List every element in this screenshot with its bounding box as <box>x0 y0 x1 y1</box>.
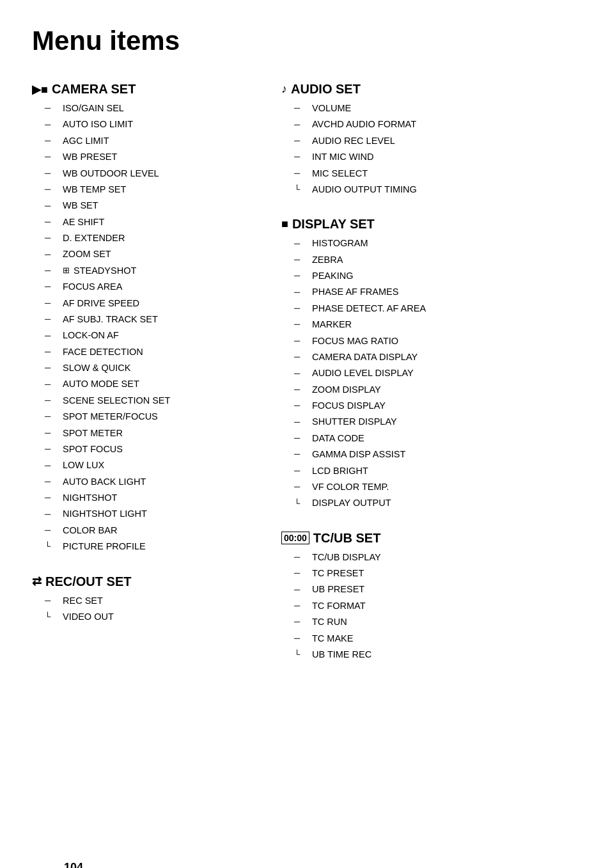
list-item: ─MARKER <box>294 317 578 333</box>
list-item: ─LOCK-ON AF <box>45 327 269 343</box>
list-item: ─ZOOM SET <box>45 246 269 262</box>
list-item: ─AVCHD AUDIO FORMAT <box>294 116 578 132</box>
section-header-display-set: ■ DISPLAY SET <box>281 217 578 232</box>
tree-line-icon: ─ <box>45 329 60 343</box>
tree-line-icon: ─ <box>294 253 309 267</box>
item-label: FOCUS AREA <box>63 279 122 295</box>
list-item: ─DATA CODE <box>294 430 578 446</box>
rec-out-icon: ⇄ <box>32 574 42 588</box>
list-item: ─PHASE AF FRAMES <box>294 284 578 300</box>
item-label: REC SET <box>63 593 103 609</box>
tree-line-icon: ─ <box>45 264 60 278</box>
tree-line-icon: ─ <box>294 431 309 446</box>
display-set-icon: ■ <box>281 217 288 231</box>
item-label: AUDIO REC LEVEL <box>312 133 395 149</box>
item-label: ZOOM DISPLAY <box>312 382 381 398</box>
rec-out-label: REC/OUT SET <box>45 574 131 589</box>
list-item: ─REC SET <box>45 593 269 609</box>
item-label: TC RUN <box>312 614 347 630</box>
item-label: FACE DETECTION <box>63 344 143 360</box>
tree-line-icon: ─ <box>294 631 309 646</box>
display-set-list: ─HISTOGRAM ─ZEBRA ─PEAKING ─PHASE AF FRA… <box>281 235 578 511</box>
list-item: ─PEAKING <box>294 268 578 284</box>
item-label: AVCHD AUDIO FORMAT <box>312 116 416 132</box>
item-label: NIGHTSHOT <box>63 490 117 506</box>
tree-line-icon: ─ <box>45 150 60 164</box>
tree-line-icon: ─ <box>294 237 309 251</box>
tree-line-icon: ─ <box>294 398 309 413</box>
tc-ub-set-icon: 00:00 <box>281 532 309 544</box>
section-camera-set: ▶■ CAMERA SET ─ISO/GAIN SEL ─AUTO ISO LI… <box>32 82 269 555</box>
list-item: ─AGC LIMIT <box>45 133 269 149</box>
item-label: AUTO BACK LIGHT <box>63 474 146 490</box>
item-label: COLOR BAR <box>63 523 117 539</box>
list-item: ─SPOT FOCUS <box>45 441 269 457</box>
list-item: └PICTURE PROFILE <box>45 539 269 555</box>
tree-line-icon: ─ <box>294 285 309 300</box>
item-label: AUTO ISO LIMIT <box>63 116 133 132</box>
item-label: HISTOGRAM <box>312 235 368 251</box>
item-label: VF COLOR TEMP. <box>312 479 389 495</box>
tc-ub-set-label: TC/UB SET <box>313 531 381 546</box>
right-column: ♪ AUDIO SET ─VOLUME ─AVCHD AUDIO FORMAT … <box>269 82 578 682</box>
list-item: ─WB TEMP SET <box>45 182 269 198</box>
item-label: LOCK-ON AF <box>63 327 119 343</box>
list-item: ─UB PRESET <box>294 581 578 597</box>
list-item: ─AUDIO REC LEVEL <box>294 133 578 149</box>
list-item: ─WB PRESET <box>45 149 269 165</box>
tree-line-icon: ─ <box>294 566 309 581</box>
list-item: ─NIGHTSHOT <box>45 490 269 506</box>
section-audio-set: ♪ AUDIO SET ─VOLUME ─AVCHD AUDIO FORMAT … <box>281 82 578 198</box>
item-label: AF DRIVE SPEED <box>63 296 139 312</box>
tree-line-icon: ─ <box>45 199 60 214</box>
tree-line-icon: ─ <box>45 491 60 505</box>
list-item: ─SLOW & QUICK <box>45 360 269 376</box>
list-item: ─ZEBRA <box>294 252 578 268</box>
tree-line-icon: └ <box>294 182 309 197</box>
camera-set-list: ─ISO/GAIN SEL ─AUTO ISO LIMIT ─AGC LIMIT… <box>32 100 269 555</box>
tree-line-icon: ─ <box>294 118 309 132</box>
tree-line-icon: ─ <box>45 280 60 294</box>
list-item: ─ISO/GAIN SEL <box>45 100 269 116</box>
item-label: ZEBRA <box>312 252 343 268</box>
item-label: MARKER <box>312 317 352 333</box>
item-label: SPOT METER/FOCUS <box>63 409 158 425</box>
list-item: ─SPOT METER <box>45 425 269 441</box>
audio-set-label: AUDIO SET <box>291 82 361 97</box>
list-item: ─AE SHIFT <box>45 214 269 230</box>
section-rec-out-set: ⇄ REC/OUT SET ─REC SET └VIDEO OUT <box>32 574 269 626</box>
item-label: PHASE DETECT. AF AREA <box>312 301 426 317</box>
audio-set-list: ─VOLUME ─AVCHD AUDIO FORMAT ─AUDIO REC L… <box>281 100 578 198</box>
list-item: ─SCENE SELECTION SET <box>45 393 269 409</box>
list-item: ─FACE DETECTION <box>45 344 269 360</box>
list-item: └AUDIO OUTPUT TIMING <box>294 182 578 198</box>
tree-line-icon: ─ <box>45 523 60 538</box>
list-item: ─FOCUS AREA <box>45 279 269 295</box>
list-item: ─CAMERA DATA DISPLAY <box>294 349 578 365</box>
list-item: ─SHUTTER DISPLAY <box>294 414 578 430</box>
tree-line-icon: ─ <box>45 182 60 197</box>
item-label: UB TIME REC <box>312 647 371 663</box>
section-header-audio-set: ♪ AUDIO SET <box>281 82 578 97</box>
list-item: ─D. EXTENDER <box>45 230 269 246</box>
list-item: ─AUTO MODE SET <box>45 376 269 392</box>
section-header-rec-out-set: ⇄ REC/OUT SET <box>32 574 269 589</box>
list-item: └VIDEO OUT <box>45 609 269 625</box>
tc-ub-set-list: ─TC/UB DISPLAY ─TC PRESET ─UB PRESET ─TC… <box>281 549 578 663</box>
item-label: DISPLAY OUTPUT <box>312 495 391 511</box>
item-label: FOCUS MAG RATIO <box>312 333 398 349</box>
item-label: SHUTTER DISPLAY <box>312 414 397 430</box>
section-tc-ub-set: 00:00 TC/UB SET ─TC/UB DISPLAY ─TC PRESE… <box>281 531 578 663</box>
tree-line-icon: ─ <box>294 583 309 597</box>
list-item: ─⊞STEADYSHOT <box>45 263 269 279</box>
item-label: AGC LIMIT <box>63 133 109 149</box>
list-item: ─AUTO ISO LIMIT <box>45 116 269 132</box>
tree-line-icon: ─ <box>294 317 309 332</box>
list-item: ─SPOT METER/FOCUS <box>45 409 269 425</box>
tree-line-icon: ─ <box>45 296 60 311</box>
tree-line-icon: ─ <box>45 361 60 375</box>
tree-line-icon: ─ <box>45 409 60 424</box>
list-item: ─GAMMA DISP ASSIST <box>294 446 578 462</box>
tree-line-icon: ─ <box>45 393 60 408</box>
tree-line-icon: ─ <box>45 426 60 441</box>
